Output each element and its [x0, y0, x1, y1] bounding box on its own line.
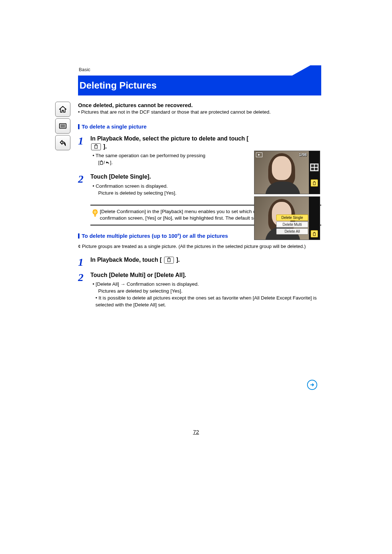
home-icon[interactable]: [55, 102, 70, 117]
multi-step-1: 1 In Playback Mode, touch [ ].: [78, 256, 321, 268]
delete-menu: Delete Single Delete Multi Delete All: [276, 215, 308, 235]
lightbulb-icon: [90, 208, 100, 222]
multi-step-2: 2 Touch [Delete Multi] or [Delete All]. …: [78, 271, 321, 309]
camera-screenshots: 1/98 Delete Single Delete Multi Delete A…: [254, 151, 319, 242]
menu-delete-single[interactable]: Delete Single: [276, 215, 308, 221]
step1-text-b: ].: [103, 143, 107, 150]
multi-step2-sub: • [Delete All] → Confirmation screen is …: [90, 281, 321, 309]
group-footnote: ¢ Picture groups are treated as a single…: [78, 243, 321, 250]
step1-text-a: In Playback Mode, select the picture to …: [90, 135, 249, 142]
svg-point-6: [94, 210, 97, 213]
trash-icon: [164, 257, 174, 264]
chapter-tab: Basic: [78, 65, 321, 76]
chapter-label: Basic: [79, 67, 90, 72]
step1-title: In Playback Mode, select the picture to …: [90, 135, 249, 150]
manual-page: Basic Deleting Pictures Once deleted, pi…: [0, 0, 392, 554]
playback-indicator-icon: [256, 152, 262, 157]
step1-sub: • The same operation can be performed by…: [90, 152, 249, 166]
step-number: 2: [78, 271, 90, 283]
delete-icon[interactable]: [311, 230, 318, 237]
multi-step1-title: In Playback Mode, touch [ ].: [90, 256, 321, 264]
svg-marker-7: [258, 154, 260, 156]
thumbnail-grid-icon[interactable]: [310, 163, 319, 171]
protection-note: • Pictures that are not in the DCF stand…: [78, 109, 321, 115]
svg-marker-4: [78, 65, 321, 76]
back-icon[interactable]: [55, 135, 70, 150]
page-number: 72: [0, 429, 392, 435]
warning-text: Once deleted, pictures cannot be recover…: [78, 102, 321, 108]
multi-step2-title: Touch [Delete Multi] or [Delete All].: [90, 271, 321, 279]
sidebar-nav: [55, 102, 70, 152]
camera-screen-2: Delete Single Delete Multi Delete All: [254, 196, 320, 240]
image-counter: 1/98: [299, 152, 307, 157]
menu-delete-multi[interactable]: Delete Multi: [276, 221, 308, 228]
section-single-heading: To delete a single picture: [78, 123, 321, 130]
step-number: 1: [78, 135, 90, 146]
step2-title: Touch [Delete Single].: [90, 173, 249, 181]
toc-icon[interactable]: [55, 118, 70, 134]
delete-icon[interactable]: [311, 179, 318, 187]
step2-sub: • Confirmation screen is displayed. Pict…: [90, 183, 249, 197]
next-page-icon[interactable]: [307, 380, 317, 390]
step-number: 2: [78, 173, 90, 184]
menu-delete-all[interactable]: Delete All: [276, 228, 308, 235]
camera-screen-1: 1/98: [254, 151, 320, 194]
step-number: 1: [78, 256, 90, 268]
trash-icon: [91, 143, 101, 150]
page-title: Deleting Pictures: [78, 76, 321, 95]
